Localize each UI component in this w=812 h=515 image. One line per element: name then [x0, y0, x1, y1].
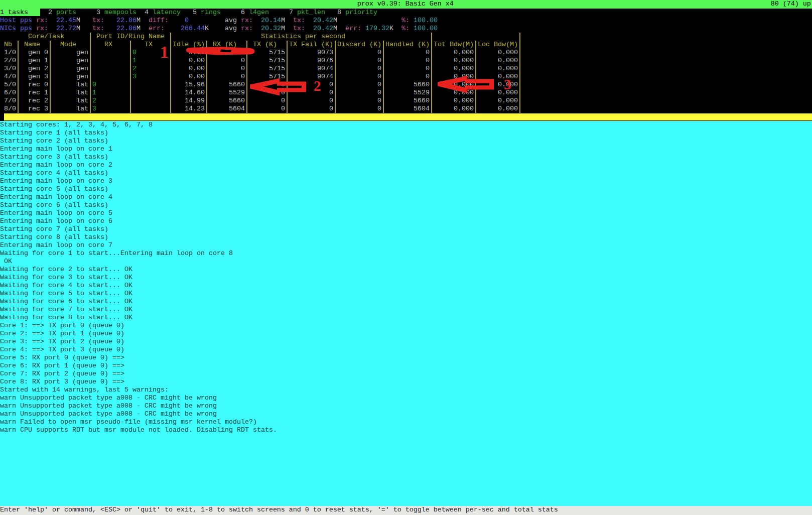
svg-text:1: 1 — [160, 43, 169, 61]
svg-text:3: 3 — [504, 76, 511, 92]
svg-text:2: 2 — [314, 78, 321, 94]
